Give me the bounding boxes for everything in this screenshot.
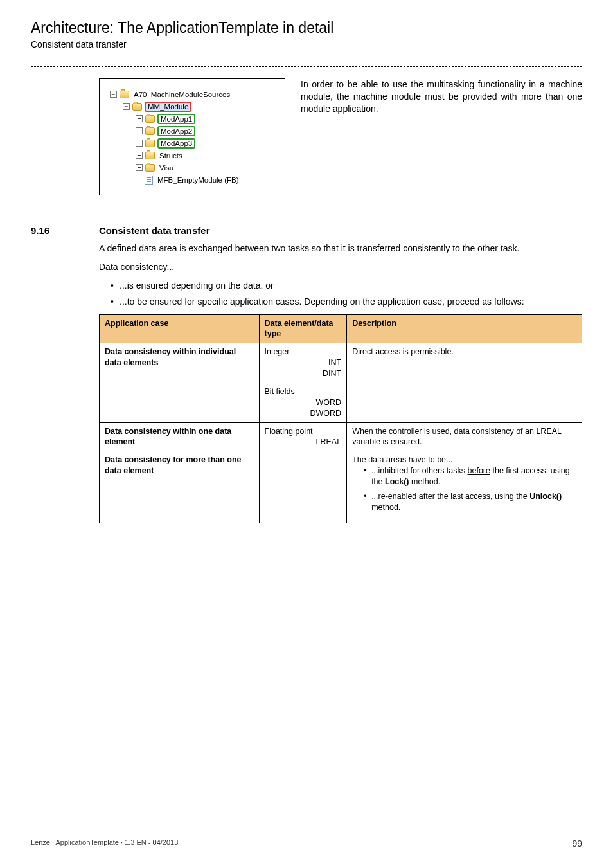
tree-label: MFB_EmptyModule (FB) xyxy=(155,176,241,184)
doc-subtitle: Consistent data transfer xyxy=(31,39,582,50)
side-paragraph: In order to be able to use the multitask… xyxy=(301,78,582,195)
tree-label: ModApp3 xyxy=(157,138,195,149)
table-cell: Bit fields WORD DWORD xyxy=(259,383,347,422)
data-table: Application case Data element/data type … xyxy=(99,314,582,523)
folder-icon xyxy=(145,127,155,135)
tree-item[interactable]: MFB_EmptyModule (FB) xyxy=(106,174,278,186)
table-cell: The data areas have to be... ...inhibite… xyxy=(347,451,582,523)
divider xyxy=(31,66,582,67)
body-paragraph: A defined data area is exchanged between… xyxy=(99,242,582,255)
table-cell: Data consistency within one data element xyxy=(100,422,260,451)
expand-icon[interactable]: + xyxy=(136,140,143,147)
folder-icon xyxy=(132,103,142,111)
section-number: 9.16 xyxy=(31,225,99,236)
collapse-icon[interactable]: − xyxy=(123,103,130,110)
table-cell: Floating point LREAL xyxy=(259,422,347,451)
table-cell: Integer INT DINT xyxy=(259,343,347,383)
table-cell: When the controller is used, data consis… xyxy=(347,422,582,451)
folder-icon xyxy=(145,152,155,159)
tree-panel: − A70_MachineModuleSources − MM_Module +… xyxy=(99,78,285,195)
doc-title: Architecture: The ApplicationTemplate in… xyxy=(31,19,582,37)
folder-icon xyxy=(145,140,155,147)
document-icon xyxy=(145,176,153,185)
list-item: ...is ensured depending on the data, or xyxy=(111,280,582,292)
expand-icon[interactable]: + xyxy=(136,152,143,159)
tree-label-selected: MM_Module xyxy=(145,102,191,112)
table-header: Description xyxy=(347,314,582,343)
tree-item[interactable]: + Structs xyxy=(106,149,278,161)
table-header: Data element/data type xyxy=(259,314,347,343)
expand-icon[interactable]: + xyxy=(136,164,143,171)
collapse-icon[interactable]: − xyxy=(110,91,117,98)
tree-label: A70_MachineModuleSources xyxy=(132,91,232,98)
tree-item[interactable]: − MM_Module xyxy=(106,100,278,113)
section-title: Consistent data transfer xyxy=(99,225,210,236)
folder-icon xyxy=(120,91,129,98)
expand-icon[interactable]: + xyxy=(136,115,143,122)
expand-icon[interactable]: + xyxy=(136,127,143,134)
tree-item[interactable]: + Visu xyxy=(106,161,278,174)
table-row: Data consistency for more than one data … xyxy=(100,451,582,523)
body-paragraph: Data consistency... xyxy=(99,261,582,273)
table-row: Data consistency within one data element… xyxy=(100,422,582,451)
tree-item[interactable]: + ModApp3 xyxy=(106,137,278,149)
folder-icon xyxy=(145,115,155,123)
page-number: 99 xyxy=(572,838,582,849)
tree-item[interactable]: − A70_MachineModuleSources xyxy=(106,88,278,100)
table-header: Application case xyxy=(100,314,260,343)
tree-label: ModApp1 xyxy=(157,114,195,124)
footer-text: Lenze · ApplicationTemplate · 1.3 EN - 0… xyxy=(31,838,178,849)
tree-item[interactable]: + ModApp1 xyxy=(106,113,278,125)
table-cell: Data consistency within individual data … xyxy=(100,343,260,422)
table-cell xyxy=(259,451,347,523)
table-row: Data consistency within individual data … xyxy=(100,343,582,383)
folder-icon xyxy=(145,164,155,172)
tree-item[interactable]: + ModApp2 xyxy=(106,125,278,137)
tree-label: ModApp2 xyxy=(157,126,195,136)
tree-label: Structs xyxy=(157,152,184,159)
table-cell: Data consistency for more than one data … xyxy=(100,451,260,523)
table-cell: Direct access is permissible. xyxy=(347,343,582,422)
tree-label: Visu xyxy=(157,164,175,172)
list-item: ...to be ensured for specific applicatio… xyxy=(111,296,582,308)
